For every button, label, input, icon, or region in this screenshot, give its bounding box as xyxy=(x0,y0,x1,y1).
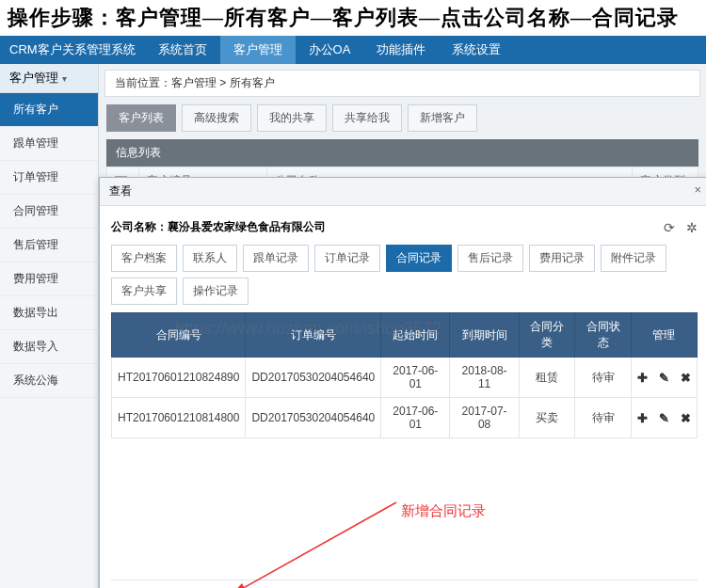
cell-ops: ✚✎✖ xyxy=(631,358,697,398)
contract-headrow: 合同编号订单编号起始时间到期时间合同分类合同状态管理 xyxy=(112,313,698,358)
col-header: 订单编号 xyxy=(246,313,381,358)
record-tab[interactable]: 联系人 xyxy=(183,245,237,272)
hint-text: 新增合同记录 xyxy=(401,502,486,520)
sub-tab[interactable]: 客户列表 xyxy=(106,104,176,132)
brand-title: CRM客户关系管理系统 xyxy=(0,41,145,58)
edit-icon[interactable]: ✎ xyxy=(659,371,669,385)
record-tab[interactable]: 客户档案 xyxy=(111,245,177,272)
record-tab[interactable]: 客户共享 xyxy=(111,278,177,305)
edit-icon[interactable]: ✎ xyxy=(659,411,669,425)
cell: 2017-06-01 xyxy=(381,358,450,398)
cell: HT20170601210814800 xyxy=(112,398,246,438)
cell: 买卖 xyxy=(519,398,575,438)
sidebar-item[interactable]: 系统公海 xyxy=(0,364,98,398)
record-tab[interactable]: 跟单记录 xyxy=(243,245,309,272)
cell: 2017-06-01 xyxy=(381,398,450,438)
sub-tab[interactable]: 新增客户 xyxy=(408,104,477,132)
arrow-annotation xyxy=(217,493,406,588)
plus-icon[interactable]: ✚ xyxy=(637,411,648,425)
record-tab[interactable]: 订单记录 xyxy=(314,245,380,272)
cell: HT20170601210824890 xyxy=(112,358,246,398)
col-header: 管理 xyxy=(631,313,697,358)
cell-ops: ✚✎✖ xyxy=(631,398,697,438)
contract-table: 合同编号订单编号起始时间到期时间合同分类合同状态管理 HT20170601210… xyxy=(111,312,698,438)
top-tab[interactable]: 办公OA xyxy=(296,36,364,64)
table-row: HT20170601210814800DD2017053020405464020… xyxy=(112,398,698,438)
top-tab[interactable]: 系统设置 xyxy=(439,36,514,64)
top-bar: CRM客户关系管理系统 系统首页客户管理办公OA功能插件系统设置 xyxy=(0,36,706,64)
record-tab[interactable]: 费用记录 xyxy=(529,245,595,272)
company-line: 公司名称：襄汾县爱农家绿色食品有限公司 xyxy=(111,219,326,235)
top-tabs: 系统首页客户管理办公OA功能插件系统设置 xyxy=(145,36,515,64)
cell: 租赁 xyxy=(519,358,575,398)
record-tab[interactable]: 售后记录 xyxy=(457,245,523,272)
record-tabs: 客户档案联系人跟单记录订单记录合同记录售后记录费用记录附件记录客户共享操作记录 xyxy=(111,245,698,305)
company-name: 襄汾县爱农家绿色食品有限公司 xyxy=(168,220,326,233)
sidebar-item[interactable]: 数据导出 xyxy=(0,296,98,330)
dialog-title: 查看 xyxy=(109,184,132,198)
instruction-annotation: 操作步骤：客户管理—所有客户—客户列表—点击公司名称—合同记录 xyxy=(0,0,706,36)
cell: 2017-07-08 xyxy=(450,398,519,438)
sub-tabs: 客户列表高级搜索我的共享共享给我新增客户 xyxy=(106,104,698,132)
plus-icon[interactable]: ✚ xyxy=(637,371,648,385)
cell: 待审 xyxy=(575,398,632,438)
record-tab[interactable]: 附件记录 xyxy=(601,245,666,272)
top-tab[interactable]: 客户管理 xyxy=(220,36,296,64)
sidebar: 客户管理 ▾ 所有客户跟单管理订单管理合同管理售后管理费用管理数据导出数据导入系… xyxy=(0,64,99,588)
col-header: 到期时间 xyxy=(450,313,519,358)
sidebar-item[interactable]: 售后管理 xyxy=(0,229,98,262)
close-icon[interactable]: × xyxy=(694,183,701,197)
col-header: 起始时间 xyxy=(381,313,450,358)
sidebar-item[interactable]: 合同管理 xyxy=(0,195,98,229)
sidebar-item[interactable]: 数据导入 xyxy=(0,330,98,364)
contract-body: HT20170601210824890DD2017053020405464020… xyxy=(112,358,698,438)
svg-line-0 xyxy=(232,502,396,588)
sidebar-header-label: 客户管理 xyxy=(9,70,58,87)
cell: DD20170530204054640 xyxy=(246,358,381,398)
record-tab[interactable]: 操作记录 xyxy=(183,278,249,305)
sidebar-item[interactable]: 所有客户 xyxy=(0,93,98,127)
col-header: 合同状态 xyxy=(575,313,632,358)
view-dialog: 查看 × 公司名称：襄汾县爱农家绿色食品有限公司 ⟳ ✲ 客户档案联系人跟单记录… xyxy=(99,177,706,588)
dialog-footer: 新增 关闭 xyxy=(111,580,698,588)
top-tab[interactable]: 功能插件 xyxy=(363,36,439,64)
sidebar-item[interactable]: 跟单管理 xyxy=(0,127,98,161)
table-row: HT20170601210824890DD2017053020405464020… xyxy=(112,358,698,398)
sub-tab[interactable]: 高级搜索 xyxy=(182,104,251,132)
breadcrumb: 当前位置：客户管理 > 所有客户 xyxy=(104,70,700,97)
sidebar-list: 所有客户跟单管理订单管理合同管理售后管理费用管理数据导出数据导入系统公海 xyxy=(0,93,98,398)
top-tab[interactable]: 系统首页 xyxy=(145,36,220,64)
sidebar-item[interactable]: 费用管理 xyxy=(0,262,98,296)
cell: DD20170530204054640 xyxy=(246,398,381,438)
company-label: 公司名称： xyxy=(111,220,168,233)
sidebar-header: 客户管理 ▾ xyxy=(0,64,98,93)
gear-icon[interactable]: ✲ xyxy=(686,220,698,235)
col-header: 合同分类 xyxy=(519,313,575,358)
refresh-icon[interactable]: ⟳ xyxy=(664,220,675,235)
delete-icon[interactable]: ✖ xyxy=(681,371,691,385)
delete-icon[interactable]: ✖ xyxy=(681,411,691,425)
sub-tab[interactable]: 我的共享 xyxy=(257,104,327,132)
sub-tab[interactable]: 共享给我 xyxy=(332,104,402,132)
sidebar-item[interactable]: 订单管理 xyxy=(0,161,98,195)
col-header: 合同编号 xyxy=(112,313,246,358)
list-panel-header: 信息列表 xyxy=(106,139,698,167)
cell: 2018-08-11 xyxy=(450,358,519,398)
chevron-down-icon: ▾ xyxy=(62,73,67,84)
content-area: 当前位置：客户管理 > 所有客户 客户列表高级搜索我的共享共享给我新增客户 信息… xyxy=(99,64,706,588)
cell: 待审 xyxy=(575,358,632,398)
record-tab[interactable]: 合同记录 xyxy=(386,245,452,272)
dialog-titlebar: 查看 × xyxy=(100,178,706,206)
